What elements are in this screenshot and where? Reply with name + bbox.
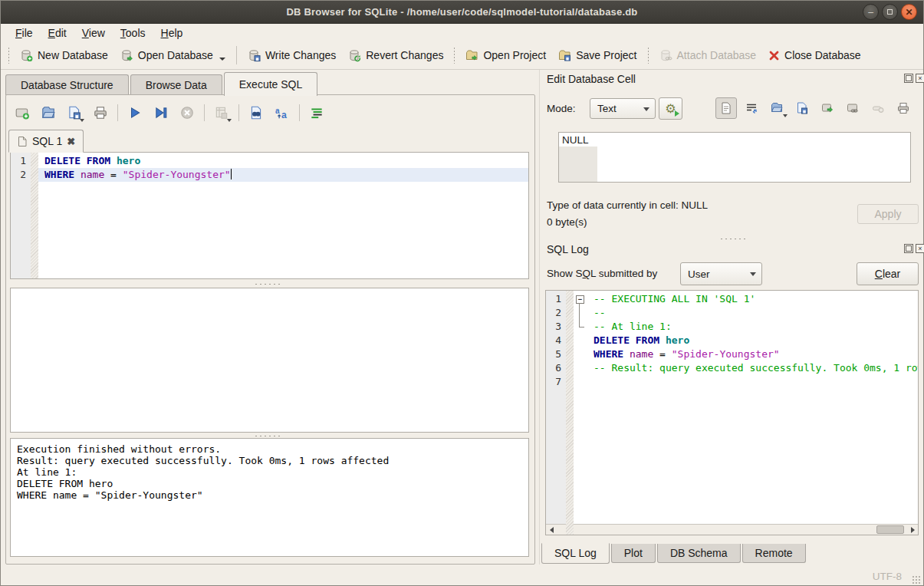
sql-editor[interactable]: 1DELETE FROM hero2WHERE name = "Spider-Y… xyxy=(10,152,529,279)
dock-tab-plot[interactable]: Plot xyxy=(611,544,656,563)
dock-tab-remote[interactable]: Remote xyxy=(742,544,806,563)
new-database-label: New Database xyxy=(38,49,108,61)
format-sql-button[interactable]: a a xyxy=(271,102,293,123)
doc-tab-close-icon[interactable]: ✖ xyxy=(67,136,75,147)
database-new-icon xyxy=(20,49,33,62)
open-sql-file-button[interactable] xyxy=(38,102,59,123)
tab-browse-data[interactable]: Browse Data xyxy=(130,74,222,95)
open-in-external-button[interactable] xyxy=(842,97,863,119)
window-title: DB Browser for SQLite - /home/user/code/… xyxy=(286,6,637,18)
sql-doc-tab[interactable]: SQL 1 ✖ xyxy=(8,130,84,153)
execute-line-button[interactable] xyxy=(150,102,172,123)
dock-tab-sql-log[interactable]: SQL Log xyxy=(541,543,610,564)
resize-grip[interactable] xyxy=(912,575,921,584)
scroll-left-icon[interactable] xyxy=(546,525,557,535)
panel-separator xyxy=(539,70,540,565)
chevron-down-icon xyxy=(750,272,756,276)
scroll-right-icon[interactable] xyxy=(907,525,918,535)
open-project-button[interactable]: Open Project xyxy=(459,46,552,65)
database-close-icon xyxy=(768,50,780,61)
new-database-button[interactable]: New Database xyxy=(14,46,114,65)
svg-text:a: a xyxy=(281,110,287,120)
toolbar-drag-handle[interactable] xyxy=(7,47,11,64)
log-horizontal-scrollbar[interactable] xyxy=(546,524,918,535)
close-database-button[interactable]: Close Database xyxy=(762,46,867,64)
sql-log-view[interactable]: 1-- EXECUTING ALL IN 'SQL 1'2--3-- At li… xyxy=(545,290,919,535)
word-wrap-cell-button[interactable] xyxy=(741,97,762,119)
save-results-button[interactable] xyxy=(211,102,232,123)
dock-tab-db-schema[interactable]: DB Schema xyxy=(657,544,741,563)
import-dropdown-icon[interactable] xyxy=(783,114,788,117)
menu-help[interactable]: Help xyxy=(154,25,190,41)
code-line: 6-- Result: query executed successfully.… xyxy=(546,361,918,375)
splitter-handle[interactable] xyxy=(719,237,747,241)
write-changes-button[interactable]: Write Changes xyxy=(242,46,342,65)
minimize-button[interactable]: – xyxy=(863,4,879,20)
fold-margin xyxy=(574,306,587,320)
execution-status-log[interactable]: Execution finished without errors. Resul… xyxy=(10,438,529,557)
dock-close-icon[interactable]: × xyxy=(916,244,924,253)
stop-execution-button[interactable] xyxy=(176,102,198,123)
attach-database-button[interactable]: Attach Database xyxy=(653,46,763,65)
menu-edit[interactable]: Edit xyxy=(41,25,74,41)
auto-switch-mode-button[interactable]: ⚙ xyxy=(659,97,682,120)
find-in-sql-button[interactable] xyxy=(245,102,267,123)
print-sql-button[interactable] xyxy=(90,102,111,123)
sql-toolbar-separator xyxy=(299,104,300,121)
toolbar-drag-handle[interactable] xyxy=(646,47,650,64)
cell-editor-margin xyxy=(559,146,597,182)
text-mode-button[interactable] xyxy=(715,97,737,119)
apply-button[interactable]: Apply xyxy=(857,204,919,224)
mode-select[interactable]: Text xyxy=(590,98,656,119)
line-number: 4 xyxy=(546,334,566,347)
menu-tools[interactable]: Tools xyxy=(113,25,153,41)
close-button[interactable]: ✕ xyxy=(901,4,917,20)
tab-execute-sql[interactable]: Execute SQL xyxy=(224,72,318,96)
execute-all-icon xyxy=(127,105,143,120)
save-results-dropdown-icon[interactable] xyxy=(227,119,232,122)
save-project-button[interactable]: Save Project xyxy=(552,46,643,65)
code-line: 1DELETE FROM hero xyxy=(11,154,528,168)
code-line: 2WHERE name = "Spider-Youngster" xyxy=(11,168,528,182)
svg-text:a: a xyxy=(275,107,280,115)
sql-toolbar-separator xyxy=(117,104,118,121)
code-line: 4DELETE FROM hero xyxy=(546,334,918,347)
clear-log-button[interactable]: Clear xyxy=(857,262,919,285)
print-icon xyxy=(93,105,108,120)
minimize-icon: – xyxy=(863,5,878,19)
dock-close-icon[interactable]: × xyxy=(916,74,924,83)
fold-marker-icon[interactable] xyxy=(574,292,587,306)
menu-file[interactable]: File xyxy=(8,25,40,41)
open-database-button[interactable]: Open Database xyxy=(114,46,232,65)
save-sql-file-button[interactable] xyxy=(64,102,85,123)
revert-changes-button[interactable]: Revert Changes xyxy=(342,46,449,65)
titlebar[interactable]: DB Browser for SQLite - /home/user/code/… xyxy=(1,1,923,24)
results-pane[interactable] xyxy=(10,288,529,433)
scrollbar-thumb[interactable] xyxy=(876,525,904,534)
export-file-icon xyxy=(795,101,809,115)
submitted-by-select[interactable]: User xyxy=(680,262,762,285)
maximize-button[interactable] xyxy=(882,4,898,20)
cell-value-editor[interactable]: NULL xyxy=(558,132,911,183)
toolbar-drag-handle[interactable] xyxy=(452,47,456,64)
open-database-dropdown-icon[interactable] xyxy=(219,58,225,61)
print-cell-button[interactable] xyxy=(893,97,914,119)
execute-all-button[interactable] xyxy=(124,102,146,123)
dock-float-icon[interactable] xyxy=(904,74,913,83)
toggle-log-button[interactable] xyxy=(306,102,327,123)
project-save-icon xyxy=(558,49,571,62)
apply-cell-button[interactable] xyxy=(817,97,838,119)
dock-float-icon[interactable] xyxy=(904,244,913,253)
import-cell-data-button[interactable] xyxy=(766,97,788,119)
save-sql-dropdown-icon[interactable] xyxy=(80,119,84,122)
sql-doc-tabbar: SQL 1 ✖ xyxy=(8,130,84,153)
tab-database-structure[interactable]: Database Structure xyxy=(5,74,129,95)
menu-view[interactable]: View xyxy=(75,25,112,41)
export-cell-data-button[interactable] xyxy=(791,97,813,119)
line-number: 5 xyxy=(546,347,566,361)
splitter-handle[interactable] xyxy=(254,282,281,286)
database-write-icon xyxy=(248,49,261,62)
set-null-button[interactable] xyxy=(867,97,889,119)
toolbar-separator xyxy=(236,46,237,64)
new-sql-tab-button[interactable] xyxy=(12,102,33,123)
